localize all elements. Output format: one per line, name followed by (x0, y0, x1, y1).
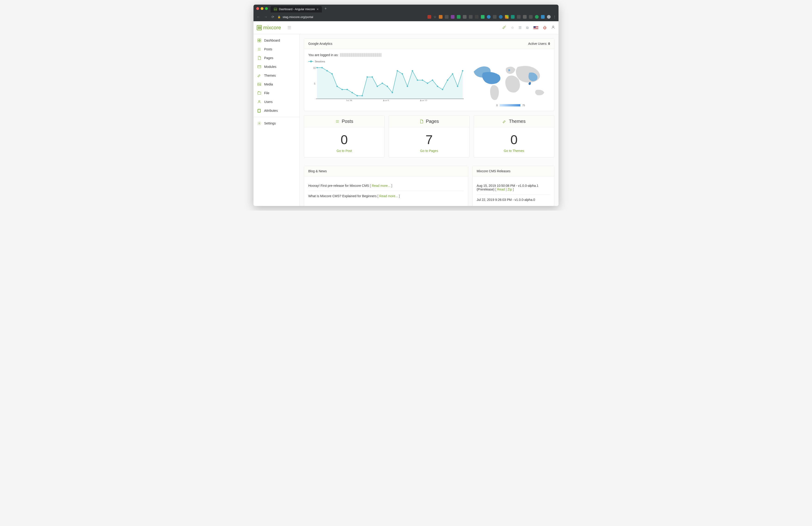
edit-icon[interactable] (502, 25, 506, 30)
close-tab-icon[interactable]: × (317, 7, 318, 11)
sidebar-item-pages[interactable]: Pages (253, 54, 300, 62)
stat-count: 7 (389, 127, 469, 149)
ext-icon[interactable] (487, 15, 491, 19)
forward-button[interactable]: → (263, 14, 268, 20)
ext-icon[interactable] (439, 15, 443, 19)
maximize-window[interactable] (265, 7, 268, 10)
ext-icon[interactable] (463, 15, 466, 19)
back-button[interactable]: ← (256, 14, 261, 20)
zip-link[interactable]: Zip (507, 187, 512, 191)
profile-avatar[interactable] (547, 15, 551, 19)
stat-title: Themes (509, 119, 525, 124)
power-icon[interactable]: ⏻ (543, 26, 547, 30)
new-tab-button[interactable]: + (325, 6, 327, 11)
browser-window: Dashboard - Angular mixcore × + ← → ⟳ 🔒 … (253, 5, 559, 206)
svg-rect-11 (258, 92, 261, 94)
release-item: Aug 15, 2019 10:50:08 PM - v1.0.0-alpha.… (477, 181, 550, 195)
address-bar[interactable]: 🔒 stag.mixcore.org/portal (277, 15, 425, 19)
sidebar-item-users[interactable]: Users (253, 97, 300, 106)
sidebar-item-settings[interactable]: Settings (253, 119, 300, 128)
sidebar-item-attributes[interactable]: Attributes (253, 106, 300, 115)
ext-icon[interactable] (493, 15, 496, 19)
svg-rect-3 (258, 41, 259, 42)
ext-icon[interactable] (475, 15, 479, 19)
ext-icon[interactable] (451, 15, 454, 19)
star-icon[interactable]: ☆ (511, 26, 514, 30)
sidebar-label: Users (264, 100, 273, 104)
ext-icon[interactable] (481, 15, 484, 19)
line-chart: 10 5 Jul 29 Aug 5 Aug 12 (308, 64, 467, 101)
toggle-sidebar-icon[interactable]: ☰ (288, 25, 291, 30)
logged-in-as: You are logged in as: (308, 53, 550, 57)
media-icon (257, 82, 261, 86)
svg-text:Aug 12: Aug 12 (420, 100, 427, 101)
read-more-link[interactable]: Read more... (372, 184, 391, 187)
svg-point-39 (397, 70, 398, 72)
ext-icon[interactable] (505, 15, 509, 19)
locale-flag-icon[interactable] (533, 26, 538, 29)
sidebar-item-file[interactable]: File (253, 89, 300, 97)
svg-point-35 (377, 86, 378, 87)
ext-icon[interactable] (529, 15, 533, 19)
svg-text:10: 10 (313, 67, 316, 69)
ext-icon[interactable] (427, 15, 431, 19)
menu-icon[interactable]: ⋮ (553, 15, 556, 19)
themes-icon (257, 73, 261, 78)
ext-icon[interactable] (541, 15, 545, 19)
list-icon[interactable]: ☰ (519, 26, 522, 30)
reload-button[interactable]: ⟳ (271, 14, 275, 20)
ext-icon[interactable] (445, 15, 449, 19)
sidebar-item-modules[interactable]: Modules (253, 62, 300, 71)
posts-icon (335, 119, 339, 123)
users-icon (257, 100, 261, 104)
user-icon[interactable] (551, 25, 555, 30)
bookmark-icon[interactable]: ☆ (434, 15, 436, 19)
world-map: 0 75 (472, 60, 550, 107)
card-header: Google Analytics Active Users: 0 (304, 39, 554, 49)
ext-icon[interactable] (535, 15, 539, 19)
active-users: Active Users: 0 (528, 42, 550, 45)
sidebar-item-media[interactable]: Media (253, 80, 300, 89)
ext-icon[interactable] (523, 15, 527, 19)
svg-point-48 (442, 89, 443, 90)
stat-themes: Themes 0 Go to Themes (474, 115, 554, 157)
sidebar-label: Posts (264, 47, 272, 51)
svg-point-25 (326, 70, 328, 72)
ext-icon[interactable] (499, 15, 503, 19)
app-body: Dashboard Posts Pages Modules Themes Med… (253, 34, 559, 206)
stat-count: 0 (304, 127, 384, 149)
screens-icon[interactable]: ⧉ (526, 26, 529, 30)
brand-logo[interactable]: mixcore (257, 25, 281, 31)
sessions-chart: Sessions 10 5 Jul 29 Aug 5 Aug 12 (308, 60, 467, 107)
close-window[interactable] (256, 7, 259, 10)
releases-title: Mixcore CMS Releases (477, 169, 510, 173)
stat-link[interactable]: Go to Post (304, 149, 384, 157)
sidebar-item-posts[interactable]: Posts (253, 45, 300, 54)
ext-icon[interactable] (457, 15, 461, 19)
attributes-icon (257, 108, 261, 113)
read-more-link[interactable]: Read more... (379, 194, 398, 198)
window-controls (256, 7, 268, 10)
minimize-window[interactable] (261, 7, 263, 10)
svg-point-45 (427, 82, 428, 84)
svg-point-41 (407, 86, 408, 87)
blog-item: Hooray! First pre-release for Mixcore CM… (308, 181, 464, 191)
sidebar-item-dashboard[interactable]: Dashboard (253, 36, 300, 45)
ext-icon[interactable] (517, 15, 521, 19)
scale-bar (499, 104, 520, 106)
sidebar-label: Modules (264, 65, 276, 69)
stat-title: Pages (426, 119, 439, 124)
ext-icon[interactable] (469, 15, 473, 19)
sidebar-item-themes[interactable]: Themes (253, 71, 300, 80)
main-content: Google Analytics Active Users: 0 You are… (300, 34, 559, 206)
browser-tab[interactable]: Dashboard - Angular mixcore × (271, 6, 322, 13)
svg-point-34 (372, 76, 373, 78)
legend-label: Sessions (315, 60, 325, 63)
blog-card: Blog & News Hooray! First pre-release fo… (304, 166, 468, 206)
stat-link[interactable]: Go to Pages (389, 149, 469, 157)
ext-icon[interactable] (511, 15, 514, 19)
stat-posts: Posts 0 Go to Post (304, 115, 385, 157)
svg-rect-1 (258, 39, 259, 40)
read-link[interactable]: Read (497, 187, 505, 191)
stat-link[interactable]: Go to Themes (474, 149, 554, 157)
